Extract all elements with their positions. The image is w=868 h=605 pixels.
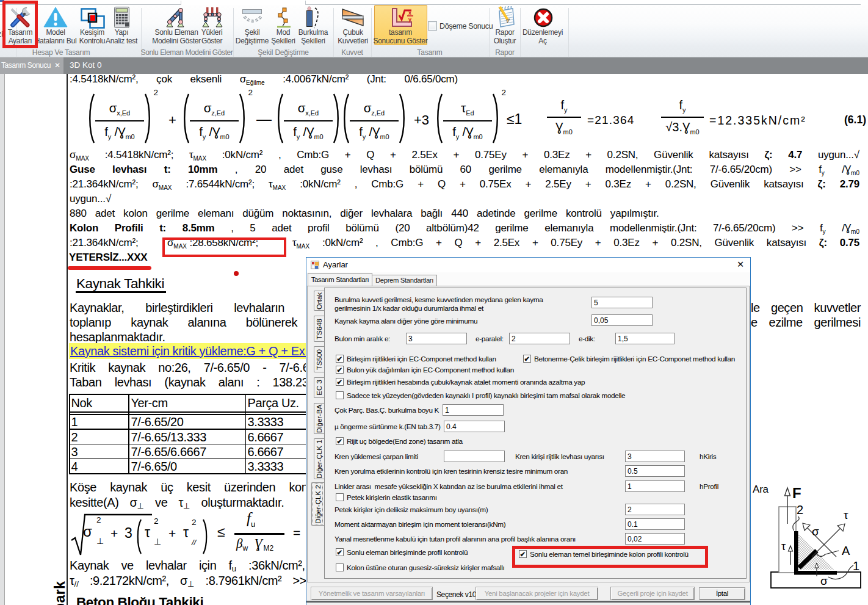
svg-text:2: 2: [797, 503, 803, 516]
svg-text:x: x: [408, 10, 411, 16]
svg-text:τ: τ: [844, 509, 848, 521]
svg-text:1: 1: [853, 559, 859, 573]
svg-text:τ: τ: [781, 540, 786, 552]
svg-text:σ: σ: [812, 525, 819, 538]
svg-text:A: A: [842, 544, 850, 557]
svg-text:F: F: [792, 485, 801, 501]
svg-text:σ: σ: [820, 574, 828, 587]
svg-text:y: y: [408, 16, 411, 23]
